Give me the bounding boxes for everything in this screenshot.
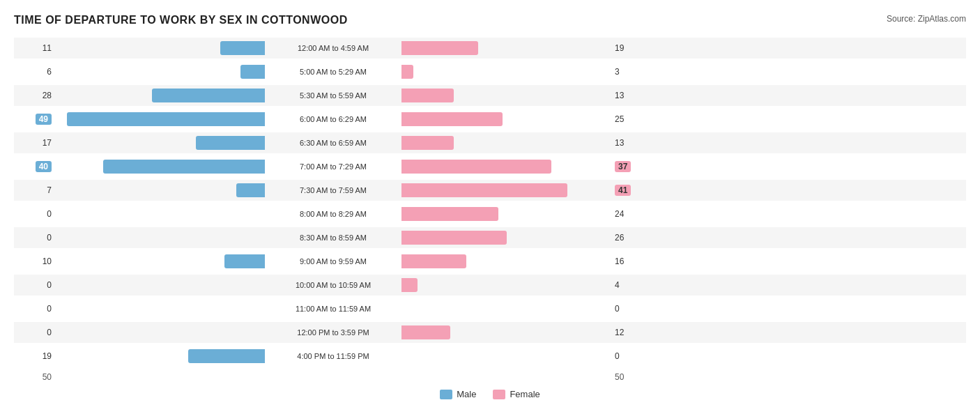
female-bar (401, 207, 498, 221)
female-bar-area (401, 112, 611, 126)
female-value: 0 (611, 351, 652, 361)
female-value: 41 (611, 185, 652, 196)
male-value: 0 (14, 233, 56, 243)
female-bar (401, 89, 454, 102)
female-bar-area (401, 41, 611, 55)
male-bar-area (56, 160, 265, 174)
male-value: 40 (14, 161, 56, 172)
female-bar-area (401, 349, 611, 363)
female-bar (401, 136, 454, 150)
female-bar (401, 231, 507, 245)
female-bar (401, 65, 413, 79)
axis-right-label: 50 (611, 372, 652, 382)
female-bar-area (401, 89, 611, 102)
male-value: 10 (14, 256, 56, 266)
chart-area: 1112:00 AM to 4:59 AM1965:00 AM to 5:29 … (14, 38, 966, 367)
male-bar-area (56, 136, 265, 150)
female-bar-area (401, 136, 611, 150)
male-bar-area (56, 302, 265, 316)
male-bar-area (56, 89, 265, 102)
chart-source: Source: ZipAtlas.com (887, 14, 966, 24)
legend-female: Female (493, 389, 539, 399)
chart-row: 012:00 PM to 3:59 PM12 (14, 322, 966, 343)
male-bar (236, 183, 265, 197)
time-label: 7:30 AM to 7:59 AM (265, 186, 401, 194)
female-value: 16 (611, 256, 652, 266)
male-value: 19 (14, 351, 56, 361)
time-label: 5:00 AM to 5:29 AM (265, 68, 401, 76)
chart-row: 77:30 AM to 7:59 AM41 (14, 180, 966, 201)
male-bar-area (56, 325, 265, 339)
chart-row: 65:00 AM to 5:29 AM3 (14, 61, 966, 82)
female-bar (401, 278, 418, 292)
male-value: 11 (14, 43, 56, 53)
time-label: 8:30 AM to 8:59 AM (265, 233, 401, 242)
female-value: 19 (611, 43, 652, 53)
male-value: 6 (14, 67, 56, 77)
female-bar-area (401, 183, 611, 197)
chart-row: 08:00 AM to 8:29 AM24 (14, 204, 966, 224)
female-bar (401, 183, 567, 197)
time-label: 4:00 PM to 11:59 PM (265, 352, 401, 360)
male-bar-area (56, 183, 265, 197)
chart-row: 496:00 AM to 6:29 AM25 (14, 109, 966, 130)
female-bar-area (401, 325, 611, 339)
female-value: 3 (611, 67, 652, 77)
female-bar (401, 112, 503, 126)
time-label: 9:00 AM to 9:59 AM (265, 257, 401, 266)
time-label: 12:00 AM to 4:59 AM (265, 44, 401, 52)
chart-header: TIME OF DEPARTURE TO WORK BY SEX IN COTT… (14, 14, 966, 26)
female-bar-area (401, 302, 611, 316)
female-bar (401, 160, 551, 174)
axis-left-label: 50 (14, 372, 56, 382)
legend-male-box (440, 390, 452, 399)
male-value: 0 (14, 280, 56, 290)
male-bar-area (56, 207, 265, 221)
male-value: 0 (14, 328, 56, 337)
female-value: 26 (611, 233, 652, 243)
male-bar-area (56, 349, 265, 363)
time-label: 10:00 AM to 10:59 AM (265, 281, 401, 289)
legend-male: Male (440, 389, 476, 399)
male-value: 0 (14, 304, 56, 314)
female-bar-area (401, 231, 611, 245)
female-bar (401, 325, 450, 339)
female-bar (401, 41, 478, 55)
chart-row: 08:30 AM to 8:59 AM26 (14, 227, 966, 248)
female-value: 25 (611, 114, 652, 124)
legend-male-label: Male (457, 389, 476, 399)
male-value: 7 (14, 185, 56, 195)
male-bar-area (56, 254, 265, 268)
male-value: 0 (14, 209, 56, 219)
female-value: 0 (611, 304, 652, 314)
legend: Male Female (14, 389, 966, 399)
male-bar (188, 349, 265, 363)
time-label: 6:00 AM to 6:29 AM (265, 115, 401, 123)
female-value: 13 (611, 91, 652, 100)
male-value: 17 (14, 138, 56, 148)
male-bar (67, 112, 265, 126)
time-label: 11:00 AM to 11:59 AM (265, 305, 401, 313)
female-bar-area (401, 160, 611, 174)
chart-row: 010:00 AM to 10:59 AM4 (14, 275, 966, 296)
female-bar-area (401, 278, 611, 292)
time-label: 6:30 AM to 6:59 AM (265, 139, 401, 147)
female-bar-area (401, 254, 611, 268)
male-bar (224, 254, 265, 268)
female-value: 37 (611, 161, 652, 172)
male-bar-area (56, 231, 265, 245)
male-bar (152, 89, 265, 102)
male-bar (196, 136, 265, 150)
time-label: 8:00 AM to 8:29 AM (265, 210, 401, 218)
chart-row: 176:30 AM to 6:59 AM13 (14, 132, 966, 153)
female-bar-area (401, 207, 611, 221)
female-value: 13 (611, 138, 652, 148)
male-value: 28 (14, 91, 56, 100)
male-bar-area (56, 112, 265, 126)
female-value: 4 (611, 280, 652, 290)
male-bar (240, 65, 265, 79)
male-bar-area (56, 278, 265, 292)
axis-row: 50 50 (14, 372, 966, 382)
chart-row: 1112:00 AM to 4:59 AM19 (14, 38, 966, 59)
male-bar (220, 41, 265, 55)
